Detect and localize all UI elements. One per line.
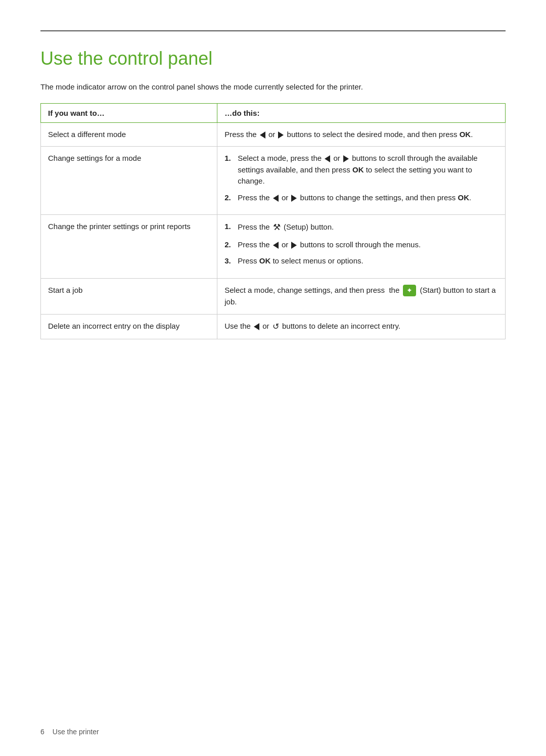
arrow-right-icon — [291, 242, 297, 249]
row-label-select-mode: Select a different mode — [41, 122, 217, 147]
table-row: Change the printer settings or print rep… — [41, 215, 506, 279]
undo-icon: ↺ — [272, 321, 279, 333]
footer-page-number: 6 — [40, 728, 44, 736]
step-number: 1. — [224, 221, 236, 233]
step-content: Press the or buttons to change the setti… — [238, 192, 498, 204]
arrow-left-icon — [260, 131, 265, 139]
control-panel-table: If you want to… …do this: Select a diffe… — [40, 103, 506, 339]
footer-page-label: Use the printer — [53, 728, 99, 736]
row-content-printer-settings: 1. Press the ⚒ (Setup) button. 2. Press … — [217, 215, 506, 279]
step-number: 2. — [224, 239, 236, 251]
step-number: 1. — [224, 153, 236, 164]
arrow-left-icon — [325, 155, 330, 162]
row-label-start-job: Start a job — [41, 278, 217, 314]
row-label-printer-settings: Change the printer settings or print rep… — [41, 215, 217, 279]
step-content: Press the ⚒ (Setup) button. — [238, 221, 498, 234]
step-content: Press the or buttons to scroll through t… — [238, 239, 498, 251]
arrow-right-icon — [278, 131, 284, 139]
row-label-change-settings: Change settings for a mode — [41, 147, 217, 215]
step-content: Press OK to select menus or options. — [238, 255, 498, 267]
row-content-delete-entry: Use the or ↺ buttons to delete an incorr… — [217, 314, 506, 339]
col-header-do-this: …do this: — [217, 103, 506, 122]
row-content-start-job: Select a mode, change settings, and then… — [217, 278, 506, 314]
col-header-if-you-want: If you want to… — [41, 103, 217, 122]
row-content-change-settings: 1. Select a mode, press the or buttons t… — [217, 147, 506, 215]
start-button-icon: ✦ — [403, 285, 416, 296]
arrow-left-icon — [273, 242, 279, 249]
arrow-left-icon — [254, 323, 259, 330]
top-rule — [40, 30, 506, 31]
step-content: Select a mode, press the or buttons to s… — [238, 153, 498, 187]
intro-text: The mode indicator arrow on the control … — [40, 81, 506, 93]
step-number: 3. — [224, 255, 236, 267]
table-row: Start a job Select a mode, change settin… — [41, 278, 506, 314]
setup-icon: ⚒ — [273, 221, 281, 234]
step-number: 2. — [224, 192, 236, 204]
row-content-select-mode: Press the or buttons to select the desir… — [217, 122, 506, 147]
table-row: Select a different mode Press the or but… — [41, 122, 506, 147]
table-row: Delete an incorrect entry on the display… — [41, 314, 506, 339]
page-title: Use the control panel — [40, 48, 506, 69]
arrow-right-icon — [343, 155, 349, 162]
page-footer: 6 Use the printer — [40, 728, 99, 736]
table-row: Change settings for a mode 1. Select a m… — [41, 147, 506, 215]
page: Use the control panel The mode indicator… — [0, 0, 546, 756]
arrow-left-icon — [273, 195, 279, 202]
arrow-right-icon — [291, 195, 297, 202]
row-label-delete-entry: Delete an incorrect entry on the display — [41, 314, 217, 339]
